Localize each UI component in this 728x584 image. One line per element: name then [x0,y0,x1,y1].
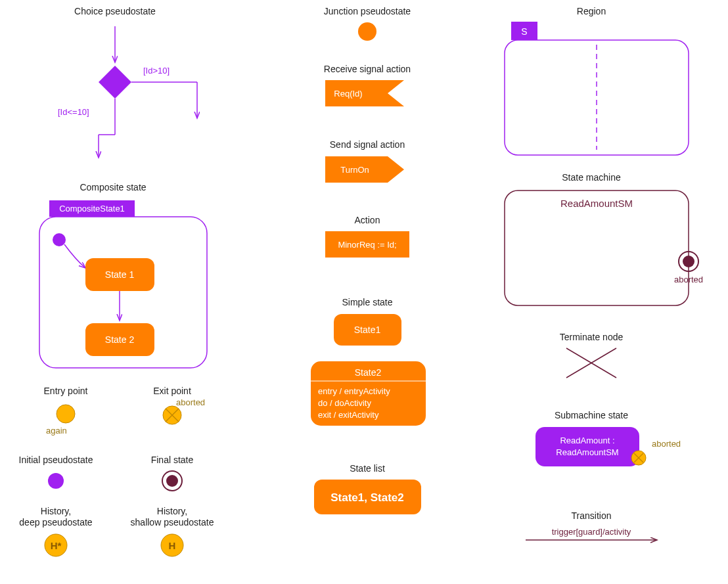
composite-state-title: Composite state [80,182,146,192]
state2-detail-entry: entry / entryActivity [318,386,390,396]
choice-diamond [99,66,131,99]
region-label: S [521,26,527,37]
composite-state2-label: State 2 [105,334,135,345]
initial-pseudostate-title: Initial pseudostate [19,455,93,465]
receive-signal-title: Receive signal action [324,64,411,74]
state-list-title: State list [350,463,385,474]
submachine-title: Submachine state [555,410,628,420]
junction-title: Junction pseudostate [324,6,411,16]
send-signal-label: TurnOn [340,165,369,175]
state2-detail-name: State2 [355,367,382,378]
receive-signal-label: Req(Id) [334,89,362,99]
entry-point-circle [57,405,75,423]
action-title: Action [355,215,380,225]
choice-guard-right: [Id>10] [143,66,170,76]
submachine-box [535,427,639,466]
diagram-canvas: Choice pseudostate [Id>10] [Id<=10] Comp… [0,0,728,584]
state-machine-title: State machine [562,172,621,183]
state2-detail-do: do / doActivity [318,398,371,408]
composite-initial [53,233,66,246]
submachine-exit-label: aborted [652,439,681,449]
history-shallow-title1: History, [157,506,187,516]
junction-circle [358,22,376,41]
terminate-node-title: Terminate node [560,332,624,342]
composite-initial-arrow [64,244,85,268]
history-deep-label: H* [51,540,62,551]
composite-state1-label: State 1 [105,269,135,280]
simple-state-label: State1 [354,325,381,335]
initial-pseudostate-circle [48,473,64,489]
state-list-label: State1, State2 [330,491,404,504]
action-label: MinorReq := Id; [338,240,396,250]
state-machine-name: ReadAmountSM [560,198,633,209]
choice-guard-down: [Id<=10] [58,107,89,117]
history-deep-title2: deep pseudostate [19,517,93,528]
history-deep-title1: History, [41,506,71,516]
simple-state-title: Simple state [342,297,392,307]
choice-pseudostate-title: Choice pseudostate [74,6,156,16]
exit-point-label: aborted [176,397,205,407]
history-shallow-label: H [169,540,176,551]
region-title: Region [577,6,606,16]
entry-point-label: again [46,426,67,436]
transition-label: trigger[guard]/activity [552,527,631,537]
composite-state-name: CompositeState1 [59,204,125,213]
submachine-label1: ReadAmount : [560,436,614,445]
state-machine-exit-inner [683,256,694,267]
submachine-label2: ReadAmountSM [556,447,618,457]
final-state-inner [166,475,178,487]
state-machine-exit-label: aborted [674,275,703,284]
exit-point-title: Exit point [153,386,191,396]
send-signal-title: Send signal action [330,139,405,150]
transition-title: Transition [572,510,612,521]
history-shallow-title2: shallow pseudostate [131,517,214,528]
entry-point-title: Entry point [44,386,88,396]
state2-detail-exit: exit / exitActivity [318,410,379,420]
final-state-title: Final state [151,455,194,465]
